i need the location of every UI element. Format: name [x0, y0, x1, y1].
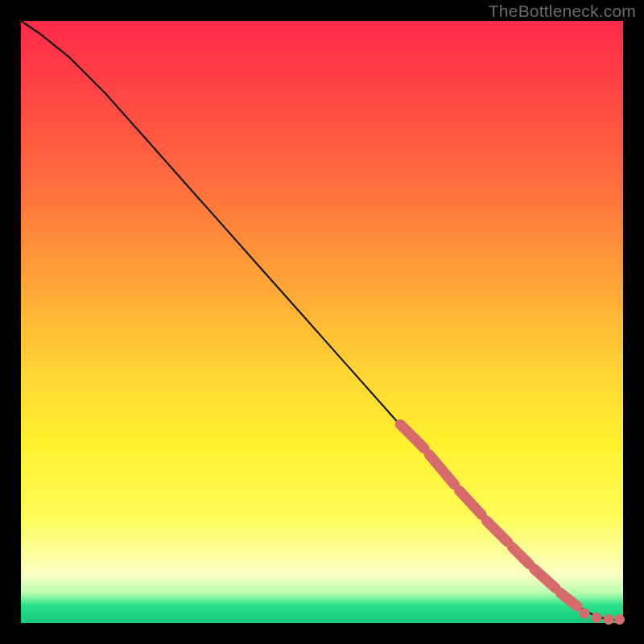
highlighted-segments — [400, 424, 577, 606]
curve-svg — [21, 21, 623, 623]
plot-area — [21, 21, 623, 623]
tail-dot — [614, 614, 625, 625]
tail-dot — [580, 609, 590, 619]
tail-dot — [604, 614, 614, 625]
highlight-segment — [429, 455, 454, 485]
highlight-segment — [400, 424, 424, 448]
chart-frame: TheBottleneck.com — [0, 0, 644, 644]
main-curve — [21, 21, 620, 620]
tail-dot — [592, 613, 602, 623]
watermark-text: TheBottleneck.com — [489, 2, 636, 21]
highlight-segment — [512, 547, 529, 564]
highlight-segment — [560, 593, 577, 606]
tail-dots — [580, 609, 625, 625]
highlight-segment — [486, 521, 507, 542]
highlight-segment — [460, 490, 482, 514]
highlight-segment — [534, 569, 555, 588]
